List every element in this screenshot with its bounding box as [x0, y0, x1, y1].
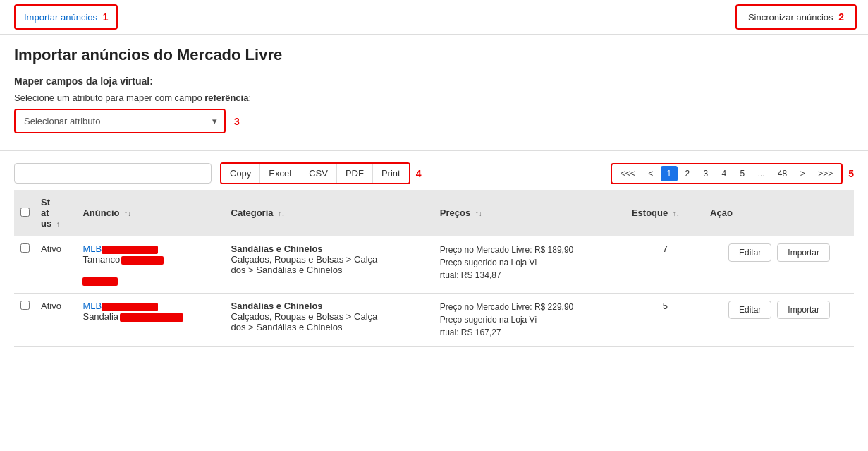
pdf-button[interactable]: PDF — [337, 164, 373, 183]
row1-edit-button[interactable]: Editar — [728, 243, 771, 262]
page-1-button[interactable]: 1 — [661, 166, 678, 181]
header-checkbox — [14, 190, 35, 236]
row2-precos: Preço no Mercado Livre: R$ 229,90 Preço … — [434, 294, 626, 347]
page-title: Importar anúncios do Mercado Livre — [0, 35, 868, 70]
row2-action-cell: Editar Importar — [710, 301, 848, 319]
row1-cat-name: Sandálias e Chinelos — [231, 243, 323, 254]
row2-price-lv: Preço sugerido na Loja Virtual: RS 167,2… — [440, 313, 621, 339]
toolbar-row: Copy Excel CSV PDF Print 4 <<< < 1 2 3 4… — [0, 157, 868, 190]
table-row: Ativo MLB Tamanco Sandálias e Chinelos C… — [14, 236, 854, 294]
row2-checkbox[interactable] — [20, 301, 30, 310]
last-page-button[interactable]: >>> — [812, 166, 838, 181]
row1-extra-redacted — [82, 277, 118, 286]
row1-product-name: Tamanco — [82, 254, 219, 265]
header-anuncio: Anúncio ↑↓ — [77, 190, 225, 236]
row2-anuncio: MLB Sandalia — [77, 294, 225, 347]
header-categoria: Categoria ↑↓ — [226, 190, 434, 236]
row1-estoque: 7 — [626, 236, 704, 294]
row1-checkbox[interactable] — [20, 243, 30, 253]
row2-mlb-link[interactable]: MLB — [82, 301, 158, 311]
export-buttons-group: Copy Excel CSV PDF Print — [220, 162, 410, 184]
row2-edit-button[interactable]: Editar — [728, 301, 771, 319]
table-container: Status ↑ Anúncio ↑↓ Categoria ↑↓ Preços … — [0, 190, 868, 347]
row2-status: Ativo — [35, 294, 77, 347]
sort-estoque-icon: ↑↓ — [673, 210, 680, 217]
prev-page-button[interactable]: < — [642, 166, 659, 181]
row2-acao: Editar Importar — [704, 294, 854, 347]
select-all-checkbox[interactable] — [20, 208, 30, 217]
products-table: Status ↑ Anúncio ↑↓ Categoria ↑↓ Preços … — [14, 190, 854, 347]
row2-product-name: Sandalia — [82, 311, 219, 322]
annotation-3: 3 — [234, 116, 240, 127]
annotation-4: 4 — [416, 168, 422, 179]
header-precos: Preços ↑↓ — [434, 190, 626, 236]
row1-status: Ativo — [35, 236, 77, 294]
table-row: Ativo MLB Sandalia Sandálias e Chinelos … — [14, 294, 854, 347]
page-2-button[interactable]: 2 — [679, 166, 696, 181]
row1-price-ml: Preço no Mercado Livre: R$ 189,90 — [440, 243, 621, 256]
mapping-sublabel: Selecione um atributo para maper com cam… — [14, 92, 854, 103]
row2-import-button[interactable]: Importar — [777, 301, 830, 319]
row1-checkbox-cell — [14, 236, 35, 294]
row2-mlb-redacted — [102, 303, 158, 311]
header-estoque: Estoque ↑↓ — [626, 190, 704, 236]
sort-categoria-icon: ↑↓ — [278, 210, 285, 217]
page-48-button[interactable]: 48 — [772, 166, 793, 181]
row2-cat-name: Sandálias e Chinelos — [231, 301, 323, 311]
attribute-select[interactable]: Selecionar atributo — [16, 110, 224, 132]
row2-checkbox-cell — [14, 294, 35, 347]
row1-mlb-link[interactable]: MLB — [82, 243, 158, 254]
row1-mlb-redacted — [102, 246, 158, 254]
print-button[interactable]: Print — [373, 164, 409, 183]
mapping-section: Maper campos da loja virtual: Selecione … — [0, 70, 868, 145]
row2-price-ml: Preço no Mercado Livre: R$ 229,90 — [440, 301, 621, 313]
row1-import-button[interactable]: Importar — [777, 243, 830, 262]
annotation-5: 5 — [848, 168, 854, 179]
table-header-row: Status ↑ Anúncio ↑↓ Categoria ↑↓ Preços … — [14, 190, 854, 236]
divider — [0, 150, 868, 151]
row1-price-lv: Preço sugerido na Loja Virtual: RS 134,8… — [440, 256, 621, 282]
row2-estoque: 5 — [626, 294, 704, 347]
row1-action-cell: Editar Importar — [710, 243, 848, 262]
pagination: <<< < 1 2 3 4 5 ... 48 > >>> — [611, 163, 843, 184]
attribute-select-wrapper: Selecionar atributo ▾ — [14, 109, 226, 133]
row2-categoria: Sandálias e Chinelos Calçados, Roupas e … — [226, 294, 434, 347]
row1-categoria: Sandálias e Chinelos Calçados, Roupas e … — [226, 236, 434, 294]
csv-button[interactable]: CSV — [300, 164, 337, 183]
sort-anuncio-icon: ↑↓ — [124, 210, 131, 217]
row2-product-redacted — [120, 313, 183, 322]
tab-sincronizar[interactable]: Sincronizar anúncios 2 — [735, 4, 857, 30]
first-page-button[interactable]: <<< — [615, 166, 641, 181]
copy-button[interactable]: Copy — [221, 164, 260, 183]
sort-precos-icon: ↑↓ — [475, 210, 482, 217]
row1-product-redacted — [121, 256, 164, 265]
row1-anuncio: MLB Tamanco — [77, 236, 225, 294]
page-4-button[interactable]: 4 — [716, 166, 733, 181]
search-input[interactable] — [14, 163, 212, 184]
sort-status-icon: ↑ — [56, 220, 60, 228]
page-5-button[interactable]: 5 — [734, 166, 751, 181]
page-3-button[interactable]: 3 — [697, 166, 714, 181]
excel-button[interactable]: Excel — [260, 164, 300, 183]
mapping-label: Maper campos da loja virtual: — [14, 76, 854, 87]
row2-cat-path: Calçados, Roupas e Bolsas > Calçados > S… — [231, 311, 378, 332]
tab-importar[interactable]: Importar anúncios 1 — [14, 4, 118, 30]
row1-acao: Editar Importar — [704, 236, 854, 294]
header-status: Status ↑ — [35, 190, 77, 236]
row1-cat-path: Calçados, Roupas e Bolsas > Calçados > S… — [231, 254, 378, 275]
next-page-button[interactable]: > — [794, 166, 811, 181]
page-ellipsis: ... — [752, 166, 771, 181]
header-acao: Ação — [704, 190, 854, 236]
row1-precos: Preço no Mercado Livre: R$ 189,90 Preço … — [434, 236, 626, 294]
top-tabs-bar: Importar anúncios 1 Sincronizar anúncios… — [0, 0, 868, 35]
